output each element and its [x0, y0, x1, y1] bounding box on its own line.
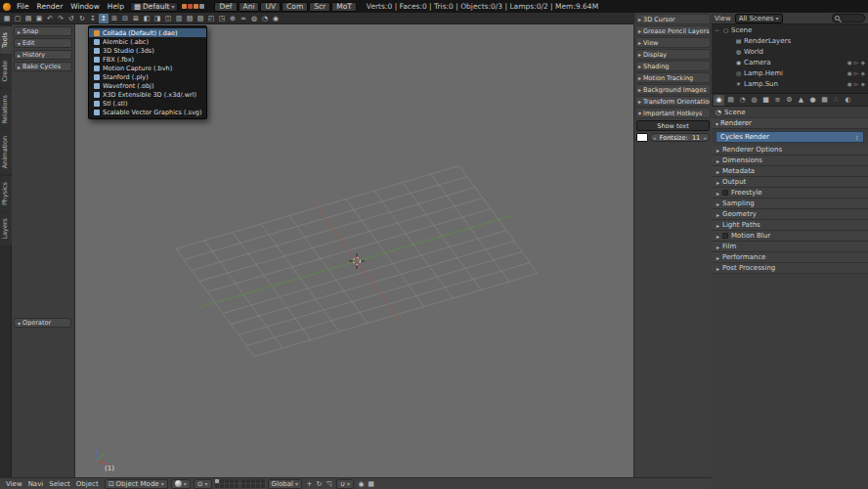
layer-toggle[interactable]	[230, 484, 234, 488]
properties-panel-header[interactable]: Sampling	[712, 199, 868, 209]
workspace-button[interactable]: MoT	[331, 2, 357, 12]
export-menu-item[interactable]: Scalable Vector Graphics (.svg)	[89, 108, 206, 116]
manipulator-scale-icon[interactable]: ◹	[325, 479, 333, 488]
n-panel-section-header[interactable]: Grease Pencil Layers	[635, 25, 711, 36]
snap-dropdown[interactable]: ∪ ▾	[336, 479, 354, 489]
renderability-toggle-icon[interactable]: ◈	[860, 69, 865, 76]
selectability-toggle-icon[interactable]: ▻	[854, 59, 859, 66]
shelf-panel-header[interactable]: Edit ∷	[14, 38, 72, 48]
outliner-item[interactable]: ◎ Lamp.Hemi ◉ ▻ ◈	[712, 67, 868, 78]
n-panel-section-header[interactable]: 3D Cursor	[635, 14, 711, 24]
undo-history-icon[interactable]: ↺	[66, 14, 76, 23]
properties-panel-header[interactable]: Output	[712, 177, 868, 188]
export-menu-item[interactable]: Alembic (.abc)	[89, 37, 206, 46]
tool-shelf-tab[interactable]: Animation	[0, 130, 12, 174]
viewport-menu-item[interactable]: Navi	[25, 480, 47, 488]
layer-toggle[interactable]	[215, 484, 219, 488]
layer-toggle[interactable]	[220, 479, 224, 483]
n-panel-section-header[interactable]: Display	[635, 49, 711, 60]
selectability-toggle-icon[interactable]: ▻	[854, 80, 859, 87]
top-menu-item[interactable]: Render	[33, 2, 67, 11]
tab-data[interactable]: ▲	[796, 95, 806, 106]
n-panel-section-header[interactable]: Important Hotkeys	[635, 108, 711, 118]
open-file-icon[interactable]: ▤	[23, 14, 33, 23]
panel-grip-icon[interactable]: ∷	[65, 28, 68, 35]
top-menu-item[interactable]: Window	[66, 2, 104, 11]
layer-toggle[interactable]	[256, 484, 260, 488]
opengl-render-anim-icon[interactable]: ▦	[367, 479, 375, 488]
tab-modifiers[interactable]: ⚙	[784, 95, 795, 106]
tab-scene[interactable]: ◔	[737, 95, 748, 106]
mode-dropdown[interactable]: ⊡ Object Mode ▾	[105, 479, 168, 489]
n-panel-section-header[interactable]: Transform Orientations	[635, 96, 711, 107]
delete-icon[interactable]: ▥	[174, 14, 184, 23]
append-icon[interactable]: ⊟	[120, 14, 130, 23]
properties-panel-header[interactable]: Film	[712, 242, 868, 252]
undo-icon[interactable]: ↶	[45, 14, 55, 23]
properties-panel-header[interactable]: Renderer Options	[712, 145, 868, 156]
render-engine-dropdown[interactable]: Cycles Render ↕	[716, 131, 864, 143]
layer-toggle[interactable]	[261, 479, 265, 483]
pivot-dropdown[interactable]: ⊙ ▾	[194, 479, 212, 489]
export-menu-item[interactable]: Stl (.stl)	[89, 99, 206, 108]
layer-toggle[interactable]	[251, 484, 255, 488]
properties-panel-header[interactable]: Dimensions	[712, 156, 868, 166]
screen-layout-selector[interactable]: ▦ Default ▾	[130, 2, 179, 12]
stepper-left-icon[interactable]: ◂	[653, 135, 656, 141]
smooth-icon[interactable]: ≈	[239, 14, 248, 23]
show-text-button[interactable]: Show text	[636, 120, 710, 131]
properties-panel-header[interactable]: Geometry	[712, 209, 868, 220]
export-menu-item[interactable]: FBX (.fbx)	[89, 55, 206, 64]
renderer-section-header[interactable]: Renderer	[712, 118, 868, 129]
n-panel-section-header[interactable]: View	[635, 37, 711, 48]
layer-toggle[interactable]	[230, 479, 234, 483]
visibility-toggle-icon[interactable]: ◉	[847, 80, 852, 87]
tab-render-layers[interactable]: ▤	[725, 95, 736, 106]
outliner-search-input[interactable]	[832, 14, 865, 22]
properties-panel-header[interactable]: Motion Blur	[712, 231, 868, 242]
renderability-toggle-icon[interactable]: ◈	[860, 80, 865, 87]
outliner-item[interactable]: ◉ Camera ◉ ▻ ◈	[712, 57, 868, 67]
operator-panel-header[interactable]: Operator	[14, 318, 71, 328]
properties-panel-header[interactable]: Freestyle	[712, 188, 868, 199]
layer-toggle[interactable]	[215, 479, 219, 483]
export-menu-item[interactable]: Stanford (.ply)	[89, 72, 206, 81]
tab-render[interactable]: ◉	[714, 95, 724, 106]
tab-world[interactable]: ◍	[749, 95, 760, 106]
scene-action-icon[interactable]	[194, 4, 198, 9]
layer-toggle[interactable]	[256, 479, 260, 483]
copy-icon[interactable]: ◧	[142, 14, 152, 23]
tool-shelf-tab[interactable]: Create	[0, 55, 12, 88]
layer-toggle[interactable]	[246, 479, 250, 483]
shade-icon[interactable]: ◍	[249, 14, 259, 23]
export-menu-item[interactable]: 3D Studio (.3ds)	[89, 46, 206, 55]
editor-type-icon[interactable]: ▦	[2, 14, 12, 23]
viewport-menu-item[interactable]: Object	[73, 480, 102, 488]
outliner-display-mode-dropdown[interactable]: All Scenes ▾	[735, 14, 783, 23]
workspace-button[interactable]: Com	[282, 2, 308, 12]
workspace-button[interactable]: Ani	[239, 2, 260, 12]
outliner-item[interactable]: − ○ Scene ◉ ▻ ◈	[712, 24, 868, 35]
manipulator-translate-icon[interactable]: +	[305, 479, 314, 488]
link-icon[interactable]: ⊞	[109, 14, 119, 23]
workspace-button[interactable]: UV	[260, 2, 281, 12]
workspace-button[interactable]: Scr	[309, 2, 330, 12]
outliner-item[interactable]: ◍ World ◉ ▻ ◈	[712, 46, 868, 57]
opengl-render-icon[interactable]: ◉	[357, 479, 366, 488]
viewport-menu-item[interactable]: View	[3, 480, 25, 488]
scene-action-icon[interactable]	[182, 4, 187, 9]
render-icon[interactable]: ◉	[271, 14, 281, 23]
export-menu-item[interactable]: Wavefront (.obj)	[89, 81, 206, 90]
layer-toggle[interactable]	[251, 479, 255, 483]
export-menu-item[interactable]: Motion Capture (.bvh)	[89, 64, 206, 72]
view-front-icon[interactable]: ◰	[206, 14, 216, 23]
properties-panel-header[interactable]: Metadata	[712, 166, 868, 177]
tab-material[interactable]: ●	[807, 95, 818, 106]
layer-toggle[interactable]	[225, 479, 229, 483]
redo-icon[interactable]: ↷	[56, 14, 65, 23]
layer-toggle[interactable]	[220, 484, 224, 488]
layer-toggle[interactable]	[235, 484, 239, 488]
visibility-toggle-icon[interactable]: ◉	[847, 69, 852, 76]
selectability-toggle-icon[interactable]: ▻	[854, 69, 859, 76]
layer-toggle[interactable]	[261, 484, 265, 488]
